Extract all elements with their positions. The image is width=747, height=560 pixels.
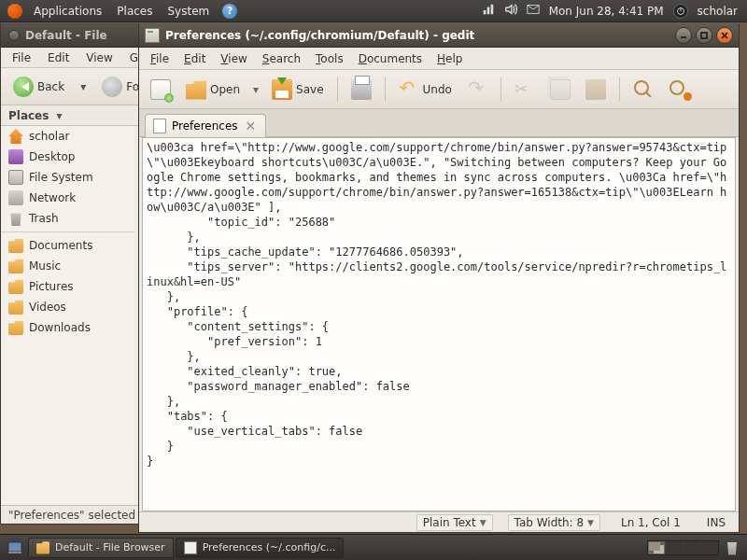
undo-button[interactable]: Undo [393, 75, 458, 105]
chevron-down-icon: ▼ [587, 518, 594, 527]
menu-search[interactable]: Search [255, 50, 308, 67]
back-button[interactable]: Back [7, 72, 71, 102]
bottom-panel: Default - File Browser Preferences (~/.c… [0, 534, 747, 560]
svg-rect-8 [8, 552, 21, 553]
volume-icon[interactable] [504, 3, 517, 19]
find-replace-icon [669, 79, 689, 100]
close-button[interactable] [716, 27, 733, 44]
task-label: Default - File Browser [55, 541, 165, 553]
close-tab-icon[interactable]: ✕ [244, 119, 259, 133]
sidebar-item-pictures[interactable]: Pictures [1, 276, 134, 297]
sidebar-item-downloads[interactable]: Downloads [1, 317, 134, 338]
svg-rect-4 [701, 33, 707, 38]
sidebar-item-trash[interactable]: Trash [1, 208, 134, 229]
fb-menu-file[interactable]: File [5, 49, 38, 66]
sidebar-item-label: Desktop [29, 150, 76, 163]
file-browser-title: Default - File [25, 29, 107, 42]
workspace-2[interactable] [666, 541, 683, 554]
line-col-indicator: Ln 1, Col 1 [615, 515, 686, 530]
toolbar-separator [337, 77, 338, 102]
task-gedit[interactable]: Preferences (~/.config/c... [176, 538, 345, 558]
toolbar-separator [619, 77, 620, 102]
sidebar-item-filesystem[interactable]: File System [1, 167, 134, 188]
open-dropdown[interactable]: ▾ [249, 81, 262, 98]
menu-file[interactable]: File [143, 50, 176, 67]
clock[interactable]: Mon Jun 28, 4:41 PM [549, 5, 664, 18]
places-dropdown-icon[interactable]: ▾ [53, 107, 66, 124]
applications-menu[interactable]: Applications [26, 5, 109, 18]
gedit-tabbar: Preferences ✕ [139, 109, 739, 137]
sidebar-item-network[interactable]: Network [1, 188, 134, 208]
file-browser-sidebar: scholar Desktop File System Network Tras… [1, 126, 134, 505]
back-dropdown[interactable]: ▾ [77, 78, 90, 95]
task-file-browser[interactable]: Default - File Browser [28, 538, 174, 558]
syntax-label: Plain Text [423, 516, 476, 529]
gedit-menubar: File Edit View Search Tools Documents He… [139, 48, 739, 70]
open-icon [186, 79, 206, 100]
tabwidth-selector[interactable]: Tab Width: 8▼ [508, 514, 600, 531]
sidebar-item-videos[interactable]: Videos [1, 297, 134, 317]
window-menu-icon[interactable] [8, 30, 20, 41]
maximize-button[interactable] [696, 27, 712, 44]
workspace-4[interactable] [701, 541, 718, 554]
undo-icon [399, 79, 419, 100]
mail-icon[interactable] [527, 3, 540, 19]
tab-preferences[interactable]: Preferences ✕ [145, 114, 266, 137]
fb-menu-edit[interactable]: Edit [40, 49, 77, 66]
open-label: Open [210, 83, 240, 96]
paste-icon [585, 79, 606, 100]
tabwidth-label: Tab Width: 8 [514, 516, 584, 529]
sidebar-separator [1, 231, 134, 232]
toolbar-separator [500, 77, 501, 102]
sidebar-item-documents[interactable]: Documents [1, 235, 134, 256]
gedit-title: Preferences (~/.config/chromium/Default)… [165, 29, 474, 42]
menu-tools[interactable]: Tools [308, 50, 351, 67]
forward-label: Fo [126, 80, 139, 93]
trash-applet[interactable] [721, 538, 743, 558]
system-menu[interactable]: System [160, 5, 217, 18]
open-button[interactable]: Open [180, 75, 246, 105]
folder-icon [8, 279, 23, 294]
gedit-titlebar[interactable]: Preferences (~/.config/chromium/Default)… [139, 23, 739, 48]
sidebar-item-label: Downloads [29, 321, 91, 334]
svg-rect-7 [8, 542, 21, 552]
network-icon[interactable] [482, 3, 495, 19]
menu-documents[interactable]: Documents [351, 50, 430, 67]
syntax-selector[interactable]: Plain Text▼ [416, 514, 493, 531]
show-desktop-button[interactable] [4, 538, 26, 558]
sidebar-item-label: Trash [29, 212, 59, 225]
find-replace-button[interactable] [663, 75, 695, 105]
find-button[interactable] [627, 75, 659, 105]
sidebar-item-home[interactable]: scholar [1, 126, 134, 147]
fb-menu-view[interactable]: View [78, 49, 120, 66]
workspace-switcher[interactable] [647, 540, 719, 555]
editor-area[interactable]: \u003ca href=\"http://www.google.com/sup… [142, 137, 736, 511]
user-menu[interactable]: scholar [698, 5, 738, 18]
trash-icon [726, 540, 739, 555]
menu-view[interactable]: View [213, 50, 254, 67]
sidebar-item-music[interactable]: Music [1, 256, 134, 276]
tab-label: Preferences [172, 119, 238, 133]
redo-icon [467, 79, 487, 100]
new-button[interactable] [145, 75, 176, 105]
menu-help[interactable]: Help [430, 50, 470, 67]
insert-mode-indicator: INS [701, 515, 731, 530]
save-icon [272, 79, 292, 100]
places-menu[interactable]: Places [109, 5, 160, 18]
network-icon [8, 190, 23, 205]
save-button[interactable]: Save [266, 75, 329, 105]
cut-button [509, 75, 541, 105]
copy-button [544, 75, 576, 105]
menu-edit[interactable]: Edit [176, 50, 213, 67]
places-label: Places [8, 109, 49, 122]
help-icon[interactable]: ? [222, 4, 237, 19]
back-label: Back [37, 80, 64, 93]
print-button[interactable] [345, 75, 377, 105]
ubuntu-logo-icon[interactable] [7, 4, 22, 19]
minimize-button[interactable] [675, 27, 692, 44]
sidebar-item-desktop[interactable]: Desktop [1, 147, 134, 167]
document-icon [153, 119, 166, 133]
shutdown-icon[interactable] [673, 4, 688, 19]
workspace-1[interactable] [648, 541, 665, 554]
workspace-3[interactable] [684, 541, 700, 554]
